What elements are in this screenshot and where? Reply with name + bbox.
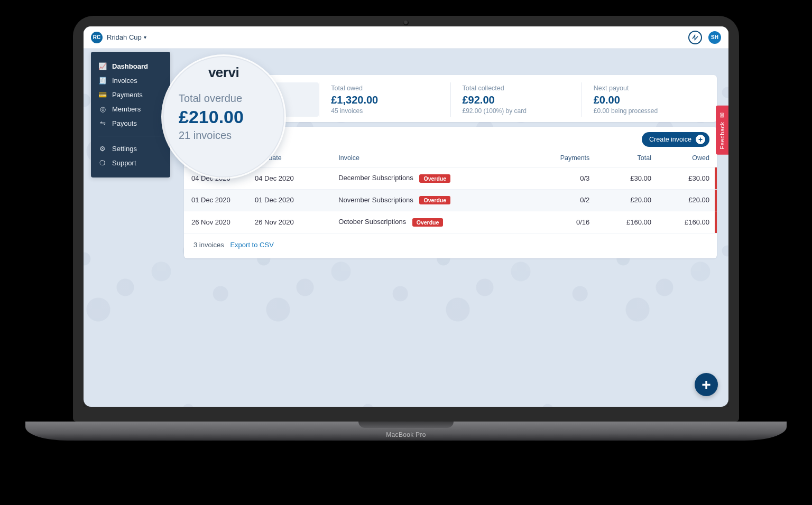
document-icon: 🧾 bbox=[98, 77, 107, 85]
stack-icon: ⇋ bbox=[98, 119, 107, 127]
laptop-base: MacBook Pro bbox=[25, 422, 787, 441]
invoice-count: 3 invoices bbox=[193, 241, 224, 249]
stat-sub: 45 invoices bbox=[331, 107, 438, 115]
cell-due: 01 Dec 2020 bbox=[247, 189, 331, 211]
cell-payments: 0/16 bbox=[528, 211, 597, 233]
overdue-badge: Overdue bbox=[419, 174, 450, 183]
stat-value: £1,320.00 bbox=[331, 94, 438, 106]
cell-due: 04 Dec 2020 bbox=[247, 167, 331, 190]
stat-card-owed[interactable]: Total owed £1,320.00 45 invoices bbox=[319, 82, 450, 117]
sidebar-item-label: Settings bbox=[112, 145, 137, 153]
stat-value: £92.00 bbox=[463, 94, 570, 106]
stat-label: Total collected bbox=[463, 85, 570, 92]
table-row[interactable]: 01 Dec 2020 01 Dec 2020 November Subscri… bbox=[184, 189, 717, 211]
stat-label: Total owed bbox=[331, 85, 438, 92]
stat-card-collected[interactable]: Total collected £92.00 £92.00 (100%) by … bbox=[450, 82, 582, 117]
col-payments[interactable]: Payments bbox=[528, 149, 597, 167]
sidebar-item-label: Dashboard bbox=[112, 62, 148, 70]
page-title-fragment: vervi bbox=[208, 64, 239, 81]
sidebar-item-payments[interactable]: 💳 Payments bbox=[91, 88, 170, 102]
cell-date: 01 Dec 2020 bbox=[184, 189, 247, 211]
cell-invoice: December Subscriptions Overdue bbox=[331, 167, 528, 190]
cell-total: £160.00 bbox=[597, 211, 659, 233]
sidebar-item-label: Invoices bbox=[112, 77, 137, 85]
life-ring-icon: ❍ bbox=[98, 159, 107, 167]
cell-owed: £160.00 bbox=[659, 211, 717, 233]
chart-icon: 📈 bbox=[98, 62, 107, 70]
feedback-tab[interactable]: Feedback ✉ bbox=[716, 106, 728, 155]
cell-owed: £20.00 bbox=[659, 189, 717, 211]
zoom-label: Total overdue bbox=[179, 92, 284, 105]
laptop-model-label: MacBook Pro bbox=[386, 431, 426, 438]
cell-date: 26 Nov 2020 bbox=[184, 211, 247, 233]
stat-sub: £92.00 (100%) by card bbox=[463, 107, 570, 115]
cell-invoice: November Subscriptions Overdue bbox=[331, 189, 528, 211]
table-footer: 3 invoices Export to CSV bbox=[184, 233, 717, 256]
sidebar-item-dashboard[interactable]: 📈 Dashboard bbox=[91, 59, 170, 73]
org-avatar[interactable]: RC bbox=[91, 32, 103, 43]
org-name: Rridah Cup bbox=[107, 33, 142, 41]
card-icon: 💳 bbox=[98, 91, 107, 99]
chevron-down-icon: ▾ bbox=[144, 34, 146, 40]
overdue-badge: Overdue bbox=[419, 196, 450, 204]
zoom-sub: 21 invoices bbox=[179, 129, 284, 142]
sidebar-item-members[interactable]: ◎ Members bbox=[91, 102, 170, 116]
col-total[interactable]: Total bbox=[597, 149, 659, 167]
cell-payments: 0/3 bbox=[528, 167, 597, 190]
sidebar-item-label: Payments bbox=[112, 91, 143, 99]
stat-sub: £0.00 being processed bbox=[594, 107, 701, 115]
laptop-camera bbox=[403, 20, 409, 25]
cell-total: £30.00 bbox=[597, 167, 659, 190]
sidebar: 📈 Dashboard 🧾 Invoices 💳 Payments ◎ Memb… bbox=[91, 52, 170, 177]
plus-icon: + bbox=[696, 135, 705, 144]
stat-value: £0.00 bbox=[594, 94, 701, 106]
sidebar-item-payouts[interactable]: ⇋ Payouts bbox=[91, 116, 170, 130]
create-invoice-button[interactable]: Create invoice + bbox=[642, 132, 709, 147]
cell-payments: 0/2 bbox=[528, 189, 597, 211]
export-csv-link[interactable]: Export to CSV bbox=[230, 241, 273, 249]
add-fab-button[interactable]: + bbox=[695, 373, 718, 396]
zoom-lens: vervi Total overdue £210.00 21 invoices bbox=[163, 56, 284, 177]
top-bar: RC Rridah Cup ▾ SH bbox=[84, 26, 728, 49]
gear-icon: ⚙ bbox=[98, 145, 107, 153]
cell-invoice: October Subscriptions Overdue bbox=[331, 211, 528, 233]
sidebar-item-invoices[interactable]: 🧾 Invoices bbox=[91, 73, 170, 88]
cell-owed: £30.00 bbox=[659, 167, 717, 190]
feedback-icon: ✉ bbox=[718, 111, 726, 118]
cell-total: £20.00 bbox=[597, 189, 659, 211]
zoom-value: £210.00 bbox=[179, 107, 284, 127]
overdue-badge: Overdue bbox=[412, 218, 444, 227]
stat-card-payout[interactable]: Next payout £0.00 £0.00 being processed bbox=[582, 82, 713, 117]
stat-label: Next payout bbox=[594, 85, 701, 92]
table-row[interactable]: 26 Nov 2020 26 Nov 2020 October Subscrip… bbox=[184, 211, 717, 233]
org-switcher[interactable]: Rridah Cup ▾ bbox=[107, 33, 146, 41]
col-owed[interactable]: Owed bbox=[659, 149, 717, 167]
sidebar-item-label: Payouts bbox=[112, 119, 137, 127]
feedback-label: Feedback bbox=[719, 122, 725, 149]
sidebar-item-support[interactable]: ❍ Support bbox=[91, 156, 170, 170]
sidebar-item-label: Members bbox=[112, 105, 141, 113]
col-invoice[interactable]: Invoice bbox=[331, 149, 528, 167]
plus-icon: + bbox=[702, 376, 711, 394]
sidebar-item-label: Support bbox=[112, 159, 136, 167]
table-row[interactable]: 04 Dec 2020 04 Dec 2020 December Subscri… bbox=[184, 167, 717, 190]
sidebar-item-settings[interactable]: ⚙ Settings bbox=[91, 142, 170, 156]
user-icon: ◎ bbox=[98, 105, 107, 113]
cell-due: 26 Nov 2020 bbox=[247, 211, 331, 233]
create-invoice-label: Create invoice bbox=[649, 136, 691, 143]
brand-logo-icon[interactable] bbox=[688, 31, 702, 44]
user-avatar[interactable]: SH bbox=[708, 31, 721, 44]
